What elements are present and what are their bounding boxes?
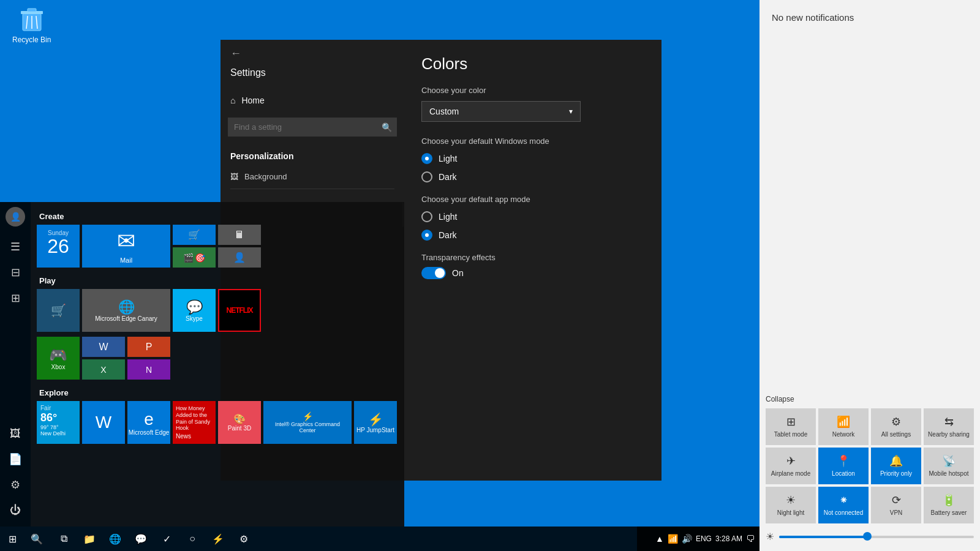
nearby-sharing-btn[interactable]: ⇆ Nearby sharing (924, 408, 974, 445)
airplane-icon: ✈ (786, 454, 796, 468)
battery-saver-btn[interactable]: 🔋 Battery saver (924, 487, 974, 523)
news-tile[interactable]: How Money Added to the Pain of Sandy Hoo… (173, 401, 216, 444)
store-tile[interactable]: 🛒 (173, 225, 216, 245)
create-tiles: Sunday 26 ✉ Mail 🛒 🎬 🎯 (37, 225, 398, 268)
settings-icon[interactable]: ⚙ (0, 473, 31, 497)
priority-only-btn[interactable]: 🔔 Priority only (871, 448, 921, 484)
notification-center-icon[interactable]: 🗨 (746, 534, 755, 544)
all-settings-icon: ⚙ (891, 415, 901, 429)
groove-tile[interactable]: 🎬 🎯 (173, 247, 216, 268)
tiles-area: Create Sunday 26 ✉ Mail 🛒 (31, 202, 404, 527)
calculator-tile[interactable]: 🖩 (218, 225, 261, 245)
taskbar-ticking[interactable]: ✓ (154, 527, 179, 551)
hp-icon: ⚡ (368, 412, 383, 427)
tablet-mode-btn[interactable]: ⊞ Tablet mode (766, 408, 816, 445)
game-tile[interactable]: 🛒 (37, 289, 80, 332)
taskbar-discord[interactable]: ⚡ (206, 527, 230, 551)
ms-edge-icon: e (144, 410, 154, 429)
network-icon: 📶 (837, 415, 850, 429)
skype-tile[interactable]: 💬 Skype (173, 289, 216, 332)
hamburger-icon[interactable]: ☰ (0, 235, 31, 258)
apps-list-icon[interactable]: ⊞ (0, 287, 31, 310)
wifi-icon[interactable]: 📶 (668, 534, 678, 544)
netflix-tile[interactable]: NETFLIX (218, 289, 261, 332)
power-icon[interactable]: ⏻ (0, 499, 31, 522)
start-left-nav: 👤 ☰ ⊟ ⊞ 🖼 📄 ⚙ ⏻ (0, 202, 31, 527)
brightness-slider[interactable] (779, 536, 974, 538)
network-btn[interactable]: 📶 Network (818, 408, 869, 445)
documents-icon[interactable]: 📄 (0, 448, 31, 471)
mail-tile[interactable]: ✉ Mail (82, 225, 170, 268)
start-button[interactable]: ⊞ (0, 527, 24, 551)
calendar-tile[interactable]: Sunday 26 (37, 225, 80, 268)
back-button[interactable]: ← (221, 40, 404, 67)
collapse-button[interactable]: Collapse (766, 392, 974, 408)
app-mode-light[interactable]: Light (421, 211, 644, 222)
ppt-icon: P (146, 342, 153, 353)
wps-tile[interactable]: W (82, 401, 125, 444)
game-icon: 🛒 (51, 303, 66, 318)
all-settings-btn[interactable]: ⚙ All settings (871, 408, 921, 445)
taskbar-task-view[interactable]: ⧉ (51, 527, 76, 551)
excel-tile[interactable]: X (82, 359, 125, 380)
app-mode-label: Choose your default app mode (421, 195, 644, 204)
settings-title: Settings (221, 67, 404, 88)
taskbar-file-explorer[interactable]: 📁 (77, 527, 102, 551)
paint3d-tile[interactable]: 🎨 Paint 3D (218, 401, 261, 444)
ms-edge-tile[interactable]: e Microsoft Edge (127, 401, 170, 444)
hp-tile[interactable]: ⚡ HP JumpStart (354, 401, 397, 444)
taskbar-right: ▲ 📶 🔊 ENG 3:28 AM 🗨 (637, 527, 760, 551)
location-btn[interactable]: 📍 Location (818, 448, 869, 484)
taskbar-skype[interactable]: 💬 (129, 527, 153, 551)
color-dropdown[interactable]: Custom ▾ (421, 101, 581, 122)
weather-tile[interactable]: Fair 86° 99° 78° New Delhi (37, 401, 80, 444)
pictures-icon[interactable]: 🖼 (0, 422, 31, 445)
airplane-label: Airplane mode (771, 470, 810, 478)
bluetooth-btn[interactable]: ⁕ Not connected (818, 487, 869, 523)
action-center: Collapse ⊞ Tablet mode 📶 Network ⚙ All s… (760, 386, 980, 551)
home-nav-item[interactable]: ⌂ Home (221, 88, 404, 113)
search-input[interactable] (228, 118, 397, 137)
nearby-sharing-label: Nearby sharing (928, 431, 970, 438)
taskbar-cortana[interactable]: ○ (180, 527, 205, 551)
onenote-tile[interactable]: N (127, 359, 170, 380)
windows-mode-light[interactable]: Light (421, 153, 644, 164)
taskbar-settings[interactable]: ⚙ (232, 527, 256, 551)
night-light-btn[interactable]: ☀ Night light (766, 487, 816, 523)
ppt-tile[interactable]: P (127, 337, 170, 357)
location-icon: 📍 (837, 454, 850, 468)
search-button[interactable]: 🔍 (24, 527, 49, 551)
windows-mode-dark[interactable]: Dark (421, 171, 644, 182)
mobile-hotspot-label: Mobile hotspot (929, 470, 968, 478)
transparency-toggle-label: On (452, 268, 464, 278)
edge-canary-icon: 🌐 (118, 299, 135, 315)
clock[interactable]: 3:28 AM (715, 534, 742, 543)
back-icon: ← (230, 47, 241, 60)
weather-condition: Fair (40, 405, 51, 411)
windows-light-label: Light (439, 154, 457, 163)
nav-background[interactable]: 🖼 Background (221, 166, 404, 187)
user-avatar[interactable]: 👤 (6, 207, 25, 227)
vpn-btn[interactable]: ⟳ VPN (871, 487, 921, 523)
app-mode-dark[interactable]: Dark (421, 230, 644, 241)
taskbar-chrome[interactable]: 🌐 (103, 527, 127, 551)
weather-temp: 86° (40, 411, 57, 424)
language-label[interactable]: ENG (696, 534, 712, 543)
word-tile[interactable]: W (82, 337, 125, 357)
intel-tile[interactable]: ⚡ Intel® Graphics Command Center (263, 401, 352, 444)
edge-canary-tile[interactable]: 🌐 Microsoft Edge Canary (82, 289, 170, 332)
mobile-hotspot-btn[interactable]: 📡 Mobile hotspot (924, 448, 974, 484)
airplane-mode-btn[interactable]: ✈ Airplane mode (766, 448, 816, 484)
recycle-bin[interactable]: Recycle Bin (12, 6, 51, 44)
volume-icon[interactable]: 🔊 (682, 534, 692, 544)
toggle-thumb (435, 268, 445, 278)
notification-header: No new notifications (760, 0, 980, 29)
nav-colors[interactable] (221, 190, 404, 203)
xbox-tile[interactable]: 🎮 Xbox (37, 337, 80, 380)
edge-canary-label: Microsoft Edge Canary (95, 315, 157, 322)
recent-docs-icon[interactable]: ⊟ (0, 261, 31, 284)
tablet-mode-label: Tablet mode (774, 431, 807, 438)
transparency-toggle[interactable] (421, 267, 446, 279)
network-tray-icon[interactable]: ▲ (655, 534, 664, 544)
user2-tile[interactable]: 👤 (218, 247, 261, 268)
